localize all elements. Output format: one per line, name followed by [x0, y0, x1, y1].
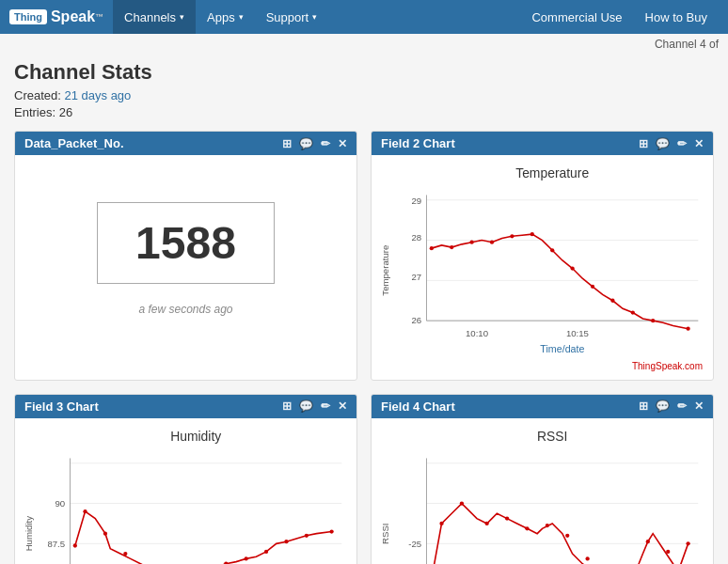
card1-body: 1588 a few seconds ago: [15, 155, 356, 362]
card-data-packet: Data_Packet_No. ⊞ 💬 ✏ ✕ 1588 a few secon…: [14, 131, 357, 381]
card3-close-icon[interactable]: ✕: [338, 400, 347, 413]
card2-comment-icon[interactable]: 💬: [656, 137, 670, 150]
numeric-timestamp: a few seconds ago: [138, 303, 232, 316]
svg-point-68: [460, 501, 464, 505]
card4-comment-icon[interactable]: 💬: [656, 400, 670, 413]
svg-text:RSSI: RSSI: [380, 523, 390, 543]
card1-edit-icon[interactable]: ✏: [321, 137, 330, 150]
svg-point-74: [585, 556, 589, 560]
card3-title: Field 3 Chart: [24, 400, 282, 414]
svg-point-15: [490, 241, 494, 244]
temperature-chart: Temperature Temperature 26 27 28 29: [376, 160, 708, 361]
svg-text:87.5: 87.5: [47, 539, 65, 549]
card3-external-icon[interactable]: ⊞: [282, 400, 292, 413]
card1-comment-icon[interactable]: 💬: [299, 137, 313, 150]
svg-text:Humidity: Humidity: [24, 516, 34, 552]
svg-point-77: [646, 540, 650, 543]
page-content: Channel Stats Created: 21 days ago Entri…: [0, 51, 728, 564]
svg-point-69: [485, 522, 489, 525]
apps-arrow-icon: ▾: [239, 12, 244, 22]
svg-point-13: [450, 245, 453, 249]
svg-point-22: [631, 310, 635, 314]
channel-info-bar: Channel 4 of: [0, 34, 728, 51]
card4-external-icon[interactable]: ⊞: [639, 400, 648, 413]
card1-external-icon[interactable]: ⊞: [282, 137, 292, 150]
card4-header: Field 4 Chart ⊞ 💬 ✏ ✕: [372, 395, 713, 418]
support-arrow-icon: ▾: [312, 12, 317, 22]
card1-close-icon[interactable]: ✕: [338, 137, 347, 150]
svg-point-19: [570, 266, 574, 270]
svg-point-42: [123, 552, 127, 556]
card2-credit: ThingSpeak.com: [376, 361, 708, 375]
card2-close-icon[interactable]: ✕: [694, 137, 704, 150]
svg-point-73: [565, 534, 569, 538]
svg-point-20: [591, 285, 594, 289]
svg-point-40: [83, 509, 87, 513]
svg-text:29: 29: [411, 196, 421, 206]
svg-point-71: [525, 526, 529, 530]
svg-point-79: [686, 541, 689, 545]
card3-comment-icon[interactable]: 💬: [299, 400, 313, 413]
nav-support[interactable]: Support ▾: [255, 0, 329, 34]
svg-point-49: [264, 550, 268, 554]
svg-point-14: [469, 241, 473, 244]
card3-header: Field 3 Chart ⊞ 💬 ✏ ✕: [15, 395, 356, 418]
card2-edit-icon[interactable]: ✏: [677, 137, 687, 150]
page-entries: Entries: 26: [14, 105, 714, 119]
svg-text:Temperature: Temperature: [515, 165, 589, 180]
charts-grid: Data_Packet_No. ⊞ 💬 ✏ ✕ 1588 a few secon…: [14, 131, 714, 564]
created-link[interactable]: 21 days ago: [65, 88, 132, 102]
svg-text:90: 90: [55, 498, 65, 509]
svg-point-50: [284, 540, 288, 543]
brand: ThingSpeak™: [9, 8, 103, 25]
svg-point-12: [430, 246, 434, 250]
svg-point-72: [546, 524, 549, 527]
svg-point-18: [550, 248, 554, 252]
svg-point-48: [245, 556, 248, 560]
card3-edit-icon[interactable]: ✏: [321, 400, 330, 413]
nav-channels[interactable]: Channels ▾: [113, 0, 196, 34]
card4-edit-icon[interactable]: ✏: [677, 400, 687, 413]
channels-arrow-icon: ▾: [180, 12, 184, 22]
svg-text:10:10: 10:10: [466, 328, 488, 338]
svg-point-16: [510, 234, 514, 238]
card-field3: Field 3 Chart ⊞ 💬 ✏ ✕ Humidity Humidity: [14, 394, 357, 564]
numeric-widget: 1588 a few seconds ago: [24, 164, 347, 352]
svg-point-67: [439, 522, 443, 525]
svg-text:RSSI: RSSI: [537, 429, 567, 444]
svg-point-23: [651, 319, 655, 322]
navbar-right: Commercial Use How to Buy: [520, 0, 719, 34]
card2-title: Field 2 Chart: [381, 136, 639, 150]
card2-header: Field 2 Chart ⊞ 💬 ✏ ✕: [372, 132, 713, 155]
humidity-chart: Humidity Humidity 85 87.5 90: [20, 423, 352, 564]
card1-header: Data_Packet_No. ⊞ 💬 ✏ ✕: [15, 132, 356, 155]
card3-icons: ⊞ 💬 ✏ ✕: [282, 400, 347, 413]
card4-icons: ⊞ 💬 ✏ ✕: [639, 400, 704, 413]
svg-point-52: [329, 529, 333, 533]
svg-point-51: [305, 534, 309, 538]
svg-text:10:15: 10:15: [566, 328, 589, 338]
svg-point-39: [73, 543, 77, 547]
svg-text:28: 28: [411, 232, 421, 243]
card3-body: Humidity Humidity 85 87.5 90: [15, 418, 356, 564]
card-field2: Field 2 Chart ⊞ 💬 ✏ ✕ Temperature Temper…: [371, 131, 714, 381]
nav-commercial[interactable]: Commercial Use: [520, 0, 633, 34]
svg-point-70: [505, 516, 509, 520]
page-title: Channel Stats: [14, 60, 714, 85]
brand-logo: Thing: [9, 9, 47, 24]
rssi-chart: RSSI RSSI -27.5 -25: [376, 423, 708, 564]
nav-howtobuy[interactable]: How to Buy: [634, 0, 719, 34]
navbar: ThingSpeak™ Channels ▾ Apps ▾ Support ▾ …: [0, 0, 728, 34]
card2-external-icon[interactable]: ⊞: [639, 137, 648, 150]
card4-close-icon[interactable]: ✕: [694, 400, 704, 413]
card2-body: Temperature Temperature 26 27 28 29: [372, 155, 713, 380]
svg-text:26: 26: [411, 315, 421, 325]
card1-icons: ⊞ 💬 ✏ ✕: [282, 137, 347, 150]
svg-text:-25: -25: [408, 539, 421, 549]
page-created: Created: 21 days ago: [14, 88, 714, 102]
nav-apps[interactable]: Apps ▾: [196, 0, 255, 34]
svg-text:Temperature: Temperature: [380, 245, 390, 296]
svg-point-41: [103, 531, 107, 535]
svg-point-17: [530, 232, 534, 236]
svg-text:Time/date: Time/date: [540, 343, 584, 354]
